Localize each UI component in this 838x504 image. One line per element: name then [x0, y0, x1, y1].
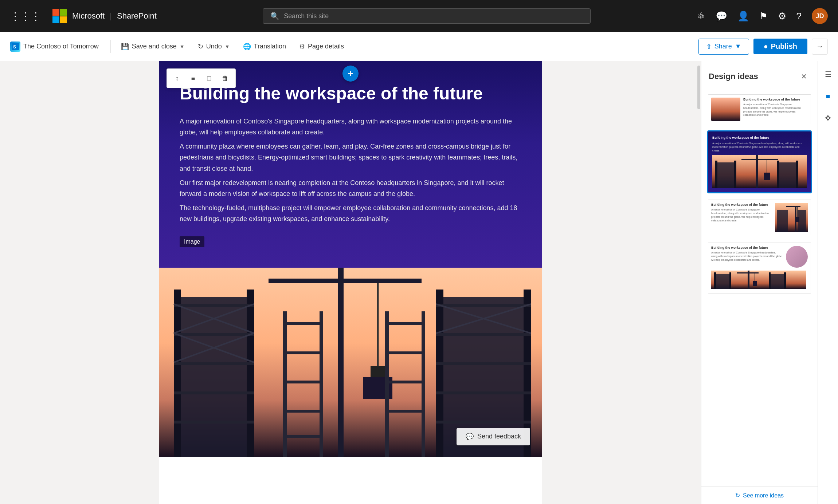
- panel-icon-2[interactable]: ■: [821, 89, 835, 103]
- design-idea-card-3[interactable]: Building the workspace of the future A m…: [707, 199, 812, 236]
- svg-rect-9: [247, 290, 254, 457]
- svg-rect-24: [436, 362, 531, 365]
- svg-rect-55: [778, 162, 796, 188]
- people-icon[interactable]: 👤: [737, 11, 749, 22]
- svg-rect-44: [385, 351, 425, 354]
- canvas-scroll-thumb[interactable]: [697, 66, 700, 109]
- flag-icon[interactable]: ⚑: [759, 11, 768, 22]
- share-icon: ⇧: [706, 43, 712, 51]
- chat-icon[interactable]: 💬: [716, 11, 727, 22]
- share-chevron-icon: ▼: [735, 43, 741, 50]
- design-panel-close-button[interactable]: ✕: [797, 70, 810, 83]
- move-block-button[interactable]: ↕: [170, 71, 184, 86]
- design-ideas-panel: Design ideas ✕ Building the workspace of…: [701, 61, 818, 504]
- avatar[interactable]: JD: [812, 8, 828, 24]
- undo-button[interactable]: ↻ Undo ▼: [192, 39, 236, 54]
- right-icons-panel: ☰ ■ ✥: [818, 61, 838, 504]
- svg-rect-61: [786, 206, 800, 207]
- panel-icon-1[interactable]: ☰: [821, 67, 835, 82]
- delete-block-button[interactable]: 🗑: [218, 71, 232, 86]
- svg-rect-23: [436, 333, 531, 336]
- design-idea-1-inner: Building the workspace of the future A m…: [708, 94, 811, 124]
- app-name: SharePoint: [117, 11, 157, 21]
- add-section-button[interactable]: +: [342, 66, 359, 82]
- svg-rect-12: [174, 362, 254, 365]
- design-idea-1-text: Building the workspace of the future A m…: [743, 98, 808, 121]
- svg-rect-13: [174, 391, 254, 394]
- refresh-icon: ↻: [735, 492, 740, 499]
- brand-name: Microsoft: [72, 11, 105, 21]
- hero-paragraph-3: Our first major redevelopment is nearing…: [180, 177, 521, 200]
- design-idea-4-text: Building the workspace of the future A m…: [711, 246, 783, 268]
- translation-button[interactable]: 🌐 Translation: [237, 39, 292, 54]
- panel-icon-3[interactable]: ✥: [821, 111, 835, 125]
- design-idea-3-image: [775, 203, 808, 232]
- share-button[interactable]: ⇧ Share ▼: [698, 39, 749, 55]
- question-icon[interactable]: ?: [796, 11, 802, 22]
- toolbar-right: ⇧ Share ▼ ● Publish →: [698, 39, 828, 55]
- page-details-button[interactable]: ⚙ Page details: [293, 39, 350, 54]
- svg-rect-0: [52, 9, 59, 16]
- svg-rect-36: [283, 322, 323, 325]
- svg-rect-59: [777, 210, 788, 232]
- svg-rect-73: [770, 274, 784, 289]
- design-idea-card-1[interactable]: Building the workspace of the future A m…: [707, 94, 812, 125]
- collapse-panel-button[interactable]: →: [812, 39, 828, 55]
- save-close-chevron-icon: ▼: [180, 44, 185, 50]
- help-circle-icon[interactable]: ⚛: [697, 11, 705, 22]
- design-idea-card-2[interactable]: Building the workspace of the future A m…: [707, 131, 812, 193]
- top-navigation: ⋮⋮⋮ Microsoft | SharePoint 🔍 Search this…: [0, 0, 838, 32]
- send-feedback-button[interactable]: 💬 Send feedback: [457, 428, 530, 445]
- svg-rect-67: [714, 272, 716, 289]
- collapse-icon: →: [816, 42, 823, 51]
- duplicate-block-button[interactable]: □: [202, 71, 216, 86]
- hero-paragraph-4: The technology-fueled, multiphase projec…: [180, 202, 521, 225]
- svg-rect-39: [283, 410, 323, 413]
- svg-rect-1: [60, 9, 67, 16]
- save-close-label: Save and close: [132, 43, 177, 50]
- design-idea-2-title: Building the workspace of the future: [712, 136, 807, 139]
- send-feedback-icon: 💬: [466, 433, 474, 441]
- design-idea-1-body: A major renovation of Contoso's Singapor…: [743, 103, 808, 117]
- translation-icon: 🌐: [243, 43, 251, 51]
- design-idea-4-svg: [711, 271, 806, 289]
- share-label: Share: [714, 43, 732, 50]
- editor-toolbar: S The Contoso of Tomorrow 💾 Save and clo…: [0, 32, 838, 61]
- svg-rect-45: [385, 381, 425, 383]
- design-idea-4-top: Building the workspace of the future A m…: [711, 246, 808, 268]
- hero-paragraph-2: A community plaza where employees can ga…: [180, 141, 521, 174]
- svg-text:S: S: [13, 44, 16, 50]
- publish-button[interactable]: ● Publish: [753, 39, 807, 54]
- svg-rect-38: [283, 381, 323, 383]
- design-idea-2-image: [712, 155, 807, 188]
- svg-rect-26: [436, 421, 531, 424]
- svg-rect-46: [385, 410, 425, 413]
- hero-body: A major renovation of Contoso's Singapor…: [180, 116, 521, 225]
- settings-block-button[interactable]: ≡: [186, 71, 200, 86]
- search-bar[interactable]: 🔍 Search this site: [263, 8, 591, 24]
- svg-rect-37: [283, 351, 323, 354]
- canvas-scrollbar[interactable]: [697, 61, 701, 504]
- design-idea-3-body: A major renovation of Contoso's Singapor…: [711, 208, 772, 222]
- design-idea-4-body: A major renovation of Contoso's Singapor…: [711, 251, 783, 261]
- settings-icon[interactable]: ⚙: [778, 11, 786, 22]
- page-details-icon: ⚙: [299, 43, 305, 51]
- toolbar-left: S The Contoso of Tomorrow 💾 Save and clo…: [10, 39, 698, 54]
- svg-rect-52: [741, 159, 778, 160]
- save-close-button[interactable]: 💾 Save and close ▼: [115, 39, 191, 54]
- see-more-label: See more ideas: [743, 492, 784, 499]
- apps-icon[interactable]: ⋮⋮⋮: [10, 10, 41, 22]
- see-more-ideas-button[interactable]: ↻ See more ideas: [701, 487, 818, 504]
- canvas-area: + ↕ ≡ □ 🗑 Building the workspace of the …: [0, 61, 701, 504]
- save-icon: 💾: [121, 43, 129, 51]
- svg-rect-20: [436, 290, 443, 457]
- svg-rect-7: [181, 297, 247, 457]
- design-idea-1-image: [711, 98, 740, 121]
- svg-rect-10: [174, 304, 254, 307]
- brand-logo[interactable]: Microsoft | SharePoint: [52, 9, 157, 23]
- page-canvas: + ↕ ≡ □ 🗑 Building the workspace of the …: [159, 61, 542, 504]
- design-idea-card-4[interactable]: Building the workspace of the future A m…: [707, 242, 812, 294]
- undo-label: Undo: [206, 43, 222, 50]
- svg-rect-57: [796, 161, 798, 188]
- svg-rect-43: [385, 322, 425, 325]
